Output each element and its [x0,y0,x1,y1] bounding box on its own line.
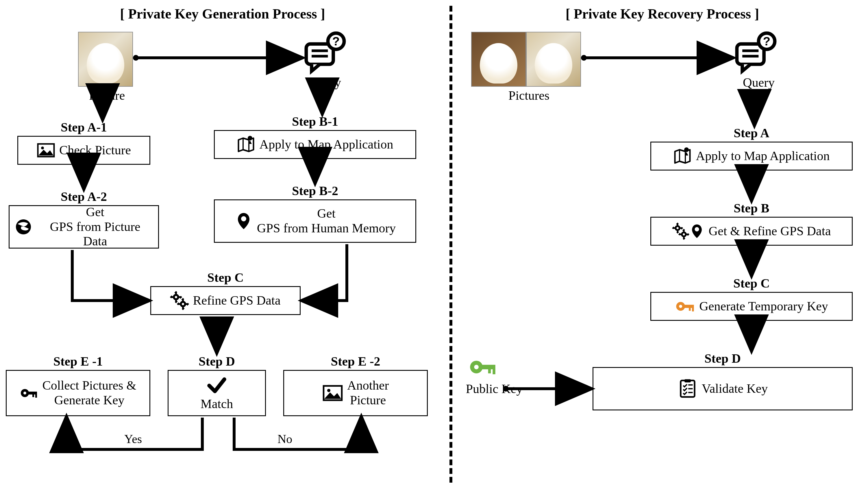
r-step-d-text: Validate Key [702,381,768,396]
key-orange-icon [675,296,695,316]
step-e2-title: Step E -2 [283,354,428,369]
step-d-box: Match [168,370,266,416]
step-a1-text: Check Picture [59,143,131,158]
step-b1-title: Step B-1 [214,114,416,129]
step-e2-box: Another Picture [283,370,428,416]
map-icon [673,147,692,165]
r-step-b-title: Step B [650,201,853,216]
r-step-a-title: Step A [650,126,853,141]
checklist-icon [678,378,698,399]
right-section-title: [ Private Key Recovery Process ] [457,6,868,22]
step-b1-box: Apply to Map Application [214,130,416,159]
pictures-label: Pictures [491,88,566,103]
step-a1-title: Step A-1 [17,120,150,135]
r-step-a-box: Apply to Map Application [650,142,853,171]
query-icon [304,32,347,76]
recovery-process-panel: [ Private Key Recovery Process ] Picture… [457,0,868,489]
picture-icon [322,383,343,403]
query-icon-right [734,32,778,76]
r-step-b-box: Get & Refine GPS Data [650,217,853,246]
query-label-right: Query [723,75,795,90]
step-c-title: Step C [150,270,301,285]
step-d-title: Step D [168,354,266,369]
gears-icon [170,291,189,310]
picture-image-2 [526,32,581,87]
step-b2-title: Step B-2 [214,184,416,198]
check-icon [207,375,227,395]
pin-icon [235,212,253,230]
key-green-icon [462,353,503,383]
svg-point-43 [133,55,139,61]
step-b2-text: Get GPS from Human Memory [257,206,396,236]
r-step-b-text: Get & Refine GPS Data [709,224,831,239]
key-icon [20,384,38,402]
no-label: No [277,432,292,446]
picture-image [78,32,133,87]
step-b2-box: Get GPS from Human Memory [214,200,416,243]
step-a2-text: Get GPS from Picture Data [37,205,153,249]
step-e1-title: Step E -1 [6,354,150,369]
left-section-title: [ Private Key Generation Process ] [0,6,445,22]
step-a1-box: Check Picture [17,136,150,165]
yes-label: Yes [124,432,142,446]
step-a2-box: Get GPS from Picture Data [9,205,159,249]
picture-image-1 [471,32,526,87]
map-icon [237,135,255,154]
step-e1-box: Collect Pictures & Generate Key [6,370,150,416]
r-step-c-text: Generate Temporary Key [699,299,828,314]
step-c-box: Refine GPS Data [150,286,301,315]
step-c-text: Refine GPS Data [193,293,280,308]
svg-point-50 [581,55,587,61]
r-step-a-text: Apply to Map Application [696,149,830,163]
globe-icon [14,218,33,236]
generation-process-panel: [ Private Key Generation Process ] Pictu… [0,0,445,489]
r-step-c-title: Step C [650,276,853,291]
step-e1-text: Collect Pictures & Generate Key [42,378,136,407]
picture-label: Picture [69,88,145,103]
gears-pin-icon [672,223,705,240]
query-label: Query [289,75,361,90]
r-step-c-box: Generate Temporary Key [650,292,853,321]
r-step-d-box: Validate Key [593,367,853,410]
step-d-text: Match [200,397,233,411]
vertical-divider [450,6,452,483]
step-a2-title: Step A-2 [9,189,159,204]
picture-icon [37,141,55,159]
r-step-d-title: Step D [593,351,853,366]
step-e2-text: Another Picture [347,378,389,407]
public-key-label: Public Key [457,381,532,396]
step-b1-text: Apply to Map Application [259,137,393,152]
